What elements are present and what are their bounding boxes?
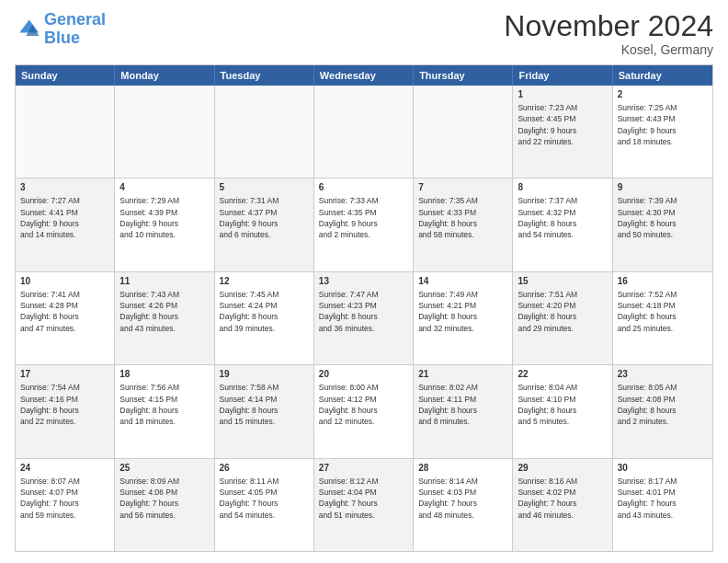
cell-text: Sunrise: 7:29 AM Sunset: 4:39 PM Dayligh…	[119, 195, 209, 240]
day-number: 23	[618, 368, 708, 381]
cal-cell-2-2: 4Sunrise: 7:29 AM Sunset: 4:39 PM Daylig…	[115, 178, 214, 270]
cell-text: Sunrise: 7:41 AM Sunset: 4:28 PM Dayligh…	[20, 289, 109, 334]
day-number: 13	[319, 275, 408, 288]
cell-text: Sunrise: 8:16 AM Sunset: 4:02 PM Dayligh…	[518, 476, 607, 521]
cal-cell-1-5	[414, 86, 513, 178]
day-number: 10	[20, 275, 109, 288]
cell-text: Sunrise: 8:11 AM Sunset: 4:05 PM Dayligh…	[220, 476, 309, 521]
calendar-header: SundayMondayTuesdayWednesdayThursdayFrid…	[16, 65, 712, 86]
cell-text: Sunrise: 7:35 AM Sunset: 4:33 PM Dayligh…	[418, 195, 507, 240]
cal-cell-5-6: 29Sunrise: 8:16 AM Sunset: 4:02 PM Dayli…	[513, 459, 612, 551]
cal-cell-2-1: 3Sunrise: 7:27 AM Sunset: 4:41 PM Daylig…	[16, 178, 115, 270]
cal-cell-1-6: 1Sunrise: 7:23 AM Sunset: 4:45 PM Daylig…	[513, 86, 612, 178]
cal-cell-3-1: 10Sunrise: 7:41 AM Sunset: 4:28 PM Dayli…	[16, 272, 115, 364]
day-number: 28	[418, 462, 507, 475]
day-number: 20	[319, 368, 408, 381]
cell-text: Sunrise: 7:43 AM Sunset: 4:26 PM Dayligh…	[119, 289, 209, 334]
cal-cell-5-5: 28Sunrise: 8:14 AM Sunset: 4:03 PM Dayli…	[414, 459, 513, 551]
cell-text: Sunrise: 7:31 AM Sunset: 4:37 PM Dayligh…	[220, 195, 309, 240]
calendar-body: 1Sunrise: 7:23 AM Sunset: 4:45 PM Daylig…	[16, 86, 712, 551]
day-number: 18	[119, 368, 209, 381]
cell-text: Sunrise: 7:52 AM Sunset: 4:18 PM Dayligh…	[618, 289, 708, 334]
cell-text: Sunrise: 7:33 AM Sunset: 4:35 PM Dayligh…	[319, 195, 408, 240]
calendar-row-3: 10Sunrise: 7:41 AM Sunset: 4:28 PM Dayli…	[16, 271, 712, 364]
cal-cell-4-1: 17Sunrise: 7:54 AM Sunset: 4:16 PM Dayli…	[16, 365, 115, 457]
cal-cell-4-3: 19Sunrise: 7:58 AM Sunset: 4:14 PM Dayli…	[215, 365, 314, 457]
day-number: 6	[319, 181, 408, 194]
calendar-row-1: 1Sunrise: 7:23 AM Sunset: 4:45 PM Daylig…	[16, 86, 712, 178]
cell-text: Sunrise: 7:51 AM Sunset: 4:20 PM Dayligh…	[518, 289, 607, 334]
cal-cell-2-5: 7Sunrise: 7:35 AM Sunset: 4:33 PM Daylig…	[414, 178, 513, 270]
calendar-row-4: 17Sunrise: 7:54 AM Sunset: 4:16 PM Dayli…	[16, 364, 712, 457]
cal-cell-4-2: 18Sunrise: 7:56 AM Sunset: 4:15 PM Dayli…	[115, 365, 214, 457]
cell-text: Sunrise: 7:37 AM Sunset: 4:32 PM Dayligh…	[518, 195, 607, 240]
day-number: 3	[20, 181, 109, 194]
cal-cell-4-7: 23Sunrise: 8:05 AM Sunset: 4:08 PM Dayli…	[613, 365, 712, 457]
cal-cell-1-3	[215, 86, 314, 178]
cell-text: Sunrise: 7:58 AM Sunset: 4:14 PM Dayligh…	[220, 382, 309, 427]
page: General Blue November 2024 Kosel, German…	[0, 0, 728, 563]
cal-cell-2-3: 5Sunrise: 7:31 AM Sunset: 4:37 PM Daylig…	[215, 178, 314, 270]
day-number: 22	[518, 368, 607, 381]
day-number: 19	[220, 368, 309, 381]
day-number: 9	[618, 181, 708, 194]
header-cell-monday: Monday	[115, 65, 214, 86]
cell-text: Sunrise: 7:23 AM Sunset: 4:45 PM Dayligh…	[518, 102, 607, 147]
cal-cell-1-4	[314, 86, 414, 178]
cell-text: Sunrise: 8:02 AM Sunset: 4:11 PM Dayligh…	[418, 382, 507, 427]
title-block: November 2024 Kosel, Germany	[504, 11, 713, 57]
cell-text: Sunrise: 8:14 AM Sunset: 4:03 PM Dayligh…	[418, 476, 507, 521]
day-number: 30	[618, 462, 708, 475]
cal-cell-3-4: 13Sunrise: 7:47 AM Sunset: 4:23 PM Dayli…	[314, 272, 414, 364]
logo-icon	[15, 17, 40, 42]
day-number: 26	[220, 462, 309, 475]
cell-text: Sunrise: 7:25 AM Sunset: 4:43 PM Dayligh…	[618, 102, 708, 147]
header-cell-thursday: Thursday	[414, 65, 513, 86]
day-number: 2	[618, 88, 708, 101]
cell-text: Sunrise: 7:27 AM Sunset: 4:41 PM Dayligh…	[20, 195, 109, 240]
logo-line2: Blue	[44, 29, 80, 47]
cal-cell-3-6: 15Sunrise: 7:51 AM Sunset: 4:20 PM Dayli…	[513, 272, 612, 364]
cell-text: Sunrise: 7:45 AM Sunset: 4:24 PM Dayligh…	[220, 289, 309, 334]
month-title: November 2024	[504, 11, 713, 40]
cell-text: Sunrise: 8:12 AM Sunset: 4:04 PM Dayligh…	[319, 476, 408, 521]
cal-cell-5-2: 25Sunrise: 8:09 AM Sunset: 4:06 PM Dayli…	[115, 459, 214, 551]
cell-text: Sunrise: 7:47 AM Sunset: 4:23 PM Dayligh…	[319, 289, 408, 334]
day-number: 1	[518, 88, 607, 101]
day-number: 21	[418, 368, 507, 381]
cell-text: Sunrise: 7:49 AM Sunset: 4:21 PM Dayligh…	[418, 289, 507, 334]
day-number: 16	[618, 275, 708, 288]
header-cell-wednesday: Wednesday	[314, 65, 414, 86]
day-number: 29	[518, 462, 607, 475]
header-cell-friday: Friday	[513, 65, 612, 86]
cal-cell-5-3: 26Sunrise: 8:11 AM Sunset: 4:05 PM Dayli…	[215, 459, 314, 551]
cell-text: Sunrise: 8:17 AM Sunset: 4:01 PM Dayligh…	[618, 476, 708, 521]
calendar-row-2: 3Sunrise: 7:27 AM Sunset: 4:41 PM Daylig…	[16, 178, 712, 270]
header: General Blue November 2024 Kosel, German…	[15, 11, 713, 57]
header-cell-saturday: Saturday	[613, 65, 712, 86]
cal-cell-3-5: 14Sunrise: 7:49 AM Sunset: 4:21 PM Dayli…	[414, 272, 513, 364]
day-number: 4	[119, 181, 209, 194]
cal-cell-5-1: 24Sunrise: 8:07 AM Sunset: 4:07 PM Dayli…	[16, 459, 115, 551]
cell-text: Sunrise: 8:05 AM Sunset: 4:08 PM Dayligh…	[618, 382, 708, 427]
logo-text: General Blue	[44, 11, 106, 48]
calendar: SundayMondayTuesdayWednesdayThursdayFrid…	[15, 64, 713, 552]
logo-line1: General	[44, 10, 106, 29]
cell-text: Sunrise: 8:04 AM Sunset: 4:10 PM Dayligh…	[518, 382, 607, 427]
cal-cell-3-2: 11Sunrise: 7:43 AM Sunset: 4:26 PM Dayli…	[115, 272, 214, 364]
cal-cell-4-5: 21Sunrise: 8:02 AM Sunset: 4:11 PM Dayli…	[414, 365, 513, 457]
day-number: 5	[220, 181, 309, 194]
header-cell-tuesday: Tuesday	[215, 65, 314, 86]
day-number: 15	[518, 275, 607, 288]
cal-cell-1-7: 2Sunrise: 7:25 AM Sunset: 4:43 PM Daylig…	[613, 86, 712, 178]
day-number: 25	[119, 462, 209, 475]
day-number: 7	[418, 181, 507, 194]
cell-text: Sunrise: 7:54 AM Sunset: 4:16 PM Dayligh…	[20, 382, 109, 427]
cell-text: Sunrise: 8:09 AM Sunset: 4:06 PM Dayligh…	[119, 476, 209, 521]
day-number: 24	[20, 462, 109, 475]
cell-text: Sunrise: 7:39 AM Sunset: 4:30 PM Dayligh…	[618, 195, 708, 240]
cell-text: Sunrise: 7:56 AM Sunset: 4:15 PM Dayligh…	[119, 382, 209, 427]
day-number: 14	[418, 275, 507, 288]
cell-text: Sunrise: 8:00 AM Sunset: 4:12 PM Dayligh…	[319, 382, 408, 427]
cal-cell-2-7: 9Sunrise: 7:39 AM Sunset: 4:30 PM Daylig…	[613, 178, 712, 270]
